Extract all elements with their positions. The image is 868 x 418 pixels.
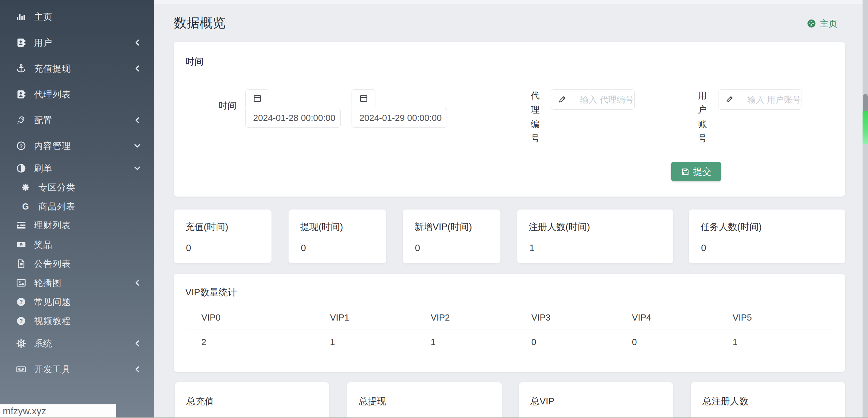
sidebar-item-announcement-list[interactable]: 公告列表	[0, 256, 154, 271]
sidebar-item-product-list[interactable]: G 商品列表	[0, 199, 154, 214]
letter-g-icon: G	[19, 200, 32, 213]
stat-card-tasks: 任务人数(时间) 0	[689, 210, 845, 263]
sidebar-item-label: 开发工具	[34, 363, 71, 375]
sidebar-item-content-management[interactable]: ? 内容管理	[0, 138, 154, 153]
stat-label: 新增VIP(时间)	[414, 221, 472, 233]
scrollbar-progress-indicator	[863, 111, 868, 144]
vip-table: VIP0 VIP1 VIP2 VIP3 VIP4 VIP5 2 1 1 0 0 …	[186, 306, 833, 355]
sidebar-item-video-tutorial[interactable]: ? 视频教程	[0, 313, 154, 328]
sidebar-item-brushing[interactable]: 刷单	[0, 161, 154, 176]
sidebar-item-dev-tools[interactable]: 开发工具	[0, 362, 154, 377]
date-to-input[interactable]	[352, 108, 447, 128]
address-book-icon	[15, 88, 27, 100]
date-from-calendar-button[interactable]	[245, 89, 269, 107]
user-account-input[interactable]	[741, 90, 802, 109]
sidebar-item-recharge-withdraw[interactable]: 充值提现	[0, 61, 154, 76]
total-label: 总注册人数	[702, 395, 748, 407]
stat-value: 0	[415, 243, 420, 253]
scrollbar-thumb[interactable]	[863, 94, 868, 113]
ear-icon	[15, 114, 27, 126]
calendar-icon	[359, 94, 368, 103]
user-account-label: 用户账号	[697, 88, 708, 145]
vip-cell-value: 2	[186, 337, 330, 347]
svg-text:?: ?	[19, 299, 23, 305]
indent-list-icon	[15, 219, 27, 231]
page-title: 数据概览	[174, 14, 226, 32]
sidebar-item-label: 用户	[34, 37, 52, 49]
sidebar-item-prizes[interactable]: 1 奖品	[0, 237, 154, 252]
home-link[interactable]: 主页	[807, 18, 837, 29]
sidebar-item-label: 配置	[34, 114, 52, 126]
vip-column-header: VIP3	[531, 312, 632, 323]
vip-column-header: VIP4	[632, 312, 732, 323]
total-card-vip: 总VIP	[519, 382, 673, 418]
home-link-label: 主页	[820, 18, 837, 30]
address-book-icon	[15, 36, 27, 49]
sidebar-item-label: 充值提现	[34, 63, 71, 75]
pencil-icon	[718, 90, 741, 109]
sidebar-item-label: 常见问题	[34, 296, 71, 308]
sidebar-item-label: 刷单	[34, 162, 52, 174]
stat-label: 注册人数(时间)	[529, 221, 590, 233]
svg-text:1: 1	[20, 243, 22, 246]
status-bar: mfzyw.xyz	[0, 404, 116, 418]
sidebar-item-finance-list[interactable]: 理财列表	[0, 218, 154, 233]
chevron-left-icon	[134, 366, 141, 373]
sidebar-item-agent-list[interactable]: 代理列表	[0, 87, 154, 102]
sidebar-item-home[interactable]: 主页	[0, 9, 154, 24]
sidebar-item-zone-category[interactable]: 专区分类	[0, 180, 154, 195]
total-card-registered: 总注册人数	[691, 382, 845, 418]
sidebar-item-faq[interactable]: ? 常见问题	[0, 294, 154, 309]
save-icon	[681, 167, 690, 176]
vip-column-header: VIP5	[733, 312, 833, 323]
question-circle-outline-icon: ?	[15, 140, 27, 152]
vip-table-header-row: VIP0 VIP1 VIP2 VIP3 VIP4 VIP5	[186, 306, 833, 329]
filter-card-title: 时间	[185, 56, 204, 68]
sidebar-item-carousel[interactable]: 轮播图	[0, 275, 154, 290]
sidebar-item-system[interactable]: 系统	[0, 336, 154, 351]
chevron-left-icon	[134, 39, 141, 46]
sidebar-item-users[interactable]: 用户	[0, 35, 154, 50]
anchor-icon	[15, 62, 27, 75]
sidebar-item-label: 商品列表	[38, 201, 75, 213]
scrollbar-track[interactable]	[863, 0, 868, 418]
submit-button[interactable]: 提交	[671, 162, 721, 181]
sidebar-item-label: 系统	[34, 338, 52, 350]
image-icon	[15, 277, 27, 289]
stat-value: 1	[529, 243, 534, 253]
stat-value: 0	[701, 243, 706, 253]
vip-cell-value: 0	[632, 337, 732, 347]
sidebar-item-label: 轮播图	[34, 277, 62, 289]
sidebar-item-label: 主页	[34, 11, 52, 23]
agent-id-input[interactable]	[574, 90, 634, 109]
time-field-label: 时间	[217, 100, 236, 112]
agent-id-input-group	[551, 89, 635, 110]
vip-cell-value: 1	[733, 337, 833, 347]
sidebar-item-config[interactable]: 配置	[0, 113, 154, 128]
half-circle-icon	[15, 162, 27, 174]
chevron-down-icon	[134, 142, 141, 150]
stat-label: 提现(时间)	[300, 221, 343, 233]
total-label: 总VIP	[530, 395, 555, 407]
vip-column-header: VIP2	[431, 312, 531, 323]
stat-value: 0	[301, 243, 306, 253]
content-top-strip	[154, 0, 868, 4]
stat-card-withdraw: 提现(时间) 0	[289, 210, 386, 263]
sidebar-item-label: 奖品	[34, 239, 52, 251]
agent-id-label: 代理编号	[529, 88, 541, 145]
filter-card: 时间 时间 代理编号 用户账号 提交	[174, 42, 845, 197]
stat-label: 任务人数(时间)	[700, 221, 762, 233]
chevron-left-icon	[134, 117, 141, 124]
submit-button-label: 提交	[693, 166, 712, 178]
sidebar-item-label: 专区分类	[38, 182, 75, 193]
sidebar-item-label: 代理列表	[34, 89, 71, 100]
total-label: 总充值	[186, 395, 214, 407]
date-from-input[interactable]	[245, 108, 341, 128]
vip-cell-value: 1	[330, 337, 431, 347]
svg-text:?: ?	[19, 143, 22, 149]
vip-stats-card: VIP数量统计 VIP0 VIP1 VIP2 VIP3 VIP4 VIP5 2 …	[174, 274, 845, 372]
sidebar: 主页 用户 充值提现 代理列表 配置	[0, 0, 154, 418]
date-to-calendar-button[interactable]	[352, 89, 375, 107]
stat-label: 充值(时间)	[185, 221, 228, 233]
svg-text:?: ?	[19, 318, 23, 324]
